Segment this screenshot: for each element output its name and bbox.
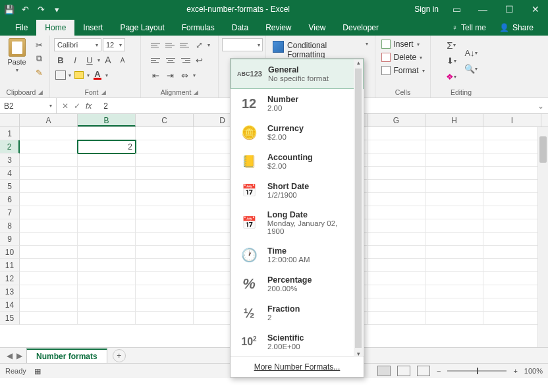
cell[interactable] [368, 298, 425, 312]
cell[interactable] [483, 154, 541, 167]
cell[interactable] [136, 285, 194, 298]
cell[interactable] [136, 312, 194, 325]
format-cells-button[interactable]: Format▾ [379, 65, 427, 76]
number-format-option[interactable]: 📅Long DateMonday, January 02, 1900 [231, 205, 364, 240]
italic-button[interactable]: I [68, 53, 82, 67]
cancel-formula-icon[interactable]: ✕ [62, 101, 68, 111]
align-center-button[interactable] [164, 53, 177, 67]
row-header[interactable]: 7 [0, 206, 20, 219]
cell[interactable] [368, 127, 425, 140]
cut-button[interactable] [33, 38, 46, 51]
cell[interactable] [20, 127, 78, 140]
find-select-button[interactable]: 🔍▾ [464, 62, 478, 75]
cell[interactable] [136, 298, 194, 312]
column-header[interactable]: A [20, 114, 78, 126]
autosum-button[interactable]: Σ▾ [445, 38, 458, 51]
cell[interactable] [20, 246, 78, 259]
underline-more-icon[interactable]: ▾ [97, 57, 100, 63]
cell[interactable] [368, 312, 425, 325]
clipboard-dialog-icon[interactable]: ◢ [38, 89, 43, 96]
cell[interactable] [136, 127, 194, 140]
cell[interactable] [20, 233, 78, 246]
cell[interactable] [78, 259, 136, 272]
cell[interactable] [78, 167, 136, 180]
borders-more-icon[interactable]: ▾ [68, 72, 71, 78]
cell[interactable] [78, 180, 136, 193]
number-format-option[interactable]: 12Number2.00 [231, 89, 364, 118]
underline-button[interactable]: U [83, 53, 96, 67]
cell[interactable] [136, 154, 194, 167]
tab-insert[interactable]: Insert [74, 20, 111, 36]
column-header[interactable]: B [78, 114, 136, 126]
more-number-formats-link[interactable]: More Number Formats... [231, 356, 364, 377]
cell[interactable] [425, 312, 483, 325]
cell[interactable] [368, 233, 425, 246]
row-header[interactable]: 9 [0, 233, 20, 246]
fill-more-icon[interactable]: ▾ [87, 72, 90, 78]
cell[interactable] [78, 206, 136, 219]
align-bottom-button[interactable] [178, 38, 192, 51]
row-header[interactable]: 8 [0, 219, 20, 233]
decrease-indent-button[interactable]: ⇤ [150, 69, 163, 82]
row-header[interactable]: 15 [0, 312, 20, 325]
cell[interactable] [78, 298, 136, 312]
cell[interactable] [425, 246, 483, 259]
row-header[interactable]: 14 [0, 298, 20, 312]
align-top-button[interactable] [150, 38, 163, 51]
fontcolor-more-icon[interactable]: ▾ [105, 72, 108, 78]
cell[interactable] [136, 272, 194, 285]
page-break-view-button[interactable] [417, 366, 430, 376]
tab-file[interactable]: File [7, 20, 36, 36]
minimize-button[interactable]: — [474, 4, 491, 14]
borders-button[interactable] [54, 69, 67, 82]
cell[interactable] [483, 285, 541, 298]
zoom-level[interactable]: 100% [524, 367, 543, 375]
sort-filter-button[interactable]: A↓▾ [464, 46, 478, 59]
merge-more-icon[interactable]: ▾ [193, 72, 196, 78]
tab-formulas[interactable]: Formulas [173, 20, 223, 36]
cell[interactable]: 2 [78, 140, 136, 154]
enter-formula-icon[interactable]: ✓ [74, 101, 80, 111]
expand-formula-bar-icon[interactable]: ⌄ [537, 101, 548, 111]
zoom-in-button[interactable]: + [513, 367, 517, 375]
row-header[interactable]: 1 [0, 127, 20, 140]
cell[interactable] [368, 154, 425, 167]
format-painter-button[interactable] [33, 66, 46, 79]
cell[interactable] [483, 167, 541, 180]
cell[interactable] [136, 259, 194, 272]
cell[interactable] [136, 233, 194, 246]
paste-button[interactable]: Paste ▾ [4, 38, 30, 73]
fx-icon[interactable]: fx [86, 101, 92, 111]
cell[interactable] [20, 259, 78, 272]
cell[interactable] [136, 167, 194, 180]
cell[interactable] [425, 259, 483, 272]
redo-icon[interactable]: ↷ [36, 4, 46, 14]
page-layout-view-button[interactable] [397, 366, 410, 376]
row-header[interactable]: 5 [0, 180, 20, 193]
font-size-select[interactable]: 12▾ [103, 38, 125, 51]
font-color-button[interactable]: A [91, 69, 104, 82]
cell[interactable] [78, 312, 136, 325]
cell[interactable] [483, 298, 541, 312]
cell[interactable] [483, 193, 541, 206]
tab-view[interactable]: View [300, 20, 335, 36]
row-header[interactable]: 6 [0, 193, 20, 206]
wrap-text-button[interactable]: ↩ [193, 53, 206, 67]
cell[interactable] [483, 259, 541, 272]
cell[interactable] [136, 219, 194, 233]
cell[interactable] [483, 140, 541, 154]
formula-value[interactable]: 2 [97, 101, 108, 111]
tab-review[interactable]: Review [257, 20, 300, 36]
number-format-select[interactable]: ▾ [222, 38, 263, 51]
cell[interactable] [78, 285, 136, 298]
increase-indent-button[interactable]: ⇥ [164, 69, 177, 82]
cell[interactable] [483, 127, 541, 140]
zoom-slider[interactable] [447, 370, 507, 372]
cell[interactable] [368, 259, 425, 272]
number-format-option[interactable]: ABC123GeneralNo specific format [231, 59, 364, 89]
select-all-corner[interactable] [0, 114, 20, 126]
zoom-out-button[interactable]: − [437, 367, 441, 375]
clear-button[interactable]: ❖▾ [445, 70, 458, 83]
cell[interactable] [483, 312, 541, 325]
cell[interactable] [78, 193, 136, 206]
